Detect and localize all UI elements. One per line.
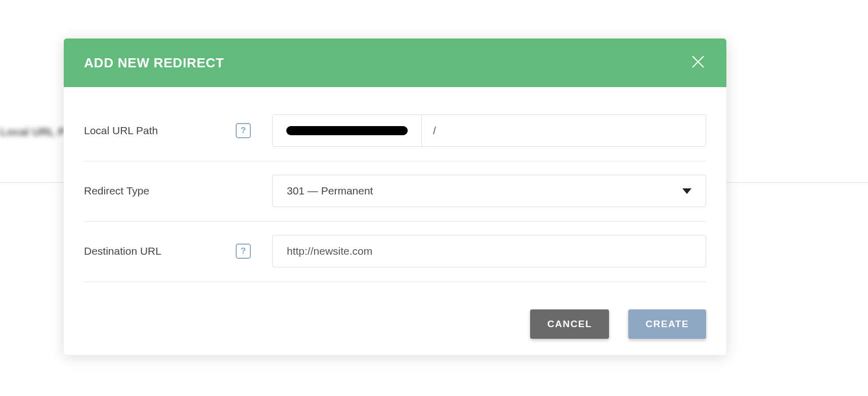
modal-title: ADD NEW REDIRECT [84,55,224,71]
create-button[interactable]: CREATE [628,309,706,339]
label-area-redirect-type: Redirect Type [84,185,272,197]
close-button[interactable] [690,55,706,71]
destination-url-input[interactable] [272,235,706,267]
modal-body: Local URL Path ? Redirect Type [64,87,726,355]
form-row-redirect-type: Redirect Type 301 — Permanent [84,162,706,222]
help-button-local-url[interactable]: ? [236,123,251,138]
local-url-domain-prefix [273,115,422,146]
redirect-type-select[interactable]: 301 — Permanent [272,175,706,207]
form-row-destination: Destination URL ? [84,222,706,282]
add-redirect-modal: ADD NEW REDIRECT Local URL Path ? [64,38,726,355]
form-row-local-url: Local URL Path ? [84,101,706,162]
control-redirect-type: 301 — Permanent [272,175,706,207]
local-url-path-input[interactable] [422,115,706,146]
label-redirect-type: Redirect Type [84,185,149,197]
local-url-input-group [272,114,706,147]
redirect-type-selected-value: 301 — Permanent [287,185,373,197]
control-local-url [272,114,706,147]
modal-footer: CANCEL CREATE [84,282,706,339]
help-icon: ? [241,126,246,136]
chevron-down-icon [682,185,691,197]
redacted-domain [286,126,408,135]
help-button-destination[interactable]: ? [236,244,251,259]
close-icon [691,55,705,71]
label-area-destination: Destination URL ? [84,244,272,259]
svg-marker-2 [682,188,691,194]
label-local-url: Local URL Path [84,125,158,137]
modal-header: ADD NEW REDIRECT [64,38,726,87]
control-destination [272,235,706,267]
backdrop-blurred-label: Local URL P [0,126,65,139]
label-destination: Destination URL [84,245,161,257]
label-area-local-url: Local URL Path ? [84,123,272,138]
cancel-button[interactable]: CANCEL [530,309,609,339]
help-icon: ? [241,246,246,256]
